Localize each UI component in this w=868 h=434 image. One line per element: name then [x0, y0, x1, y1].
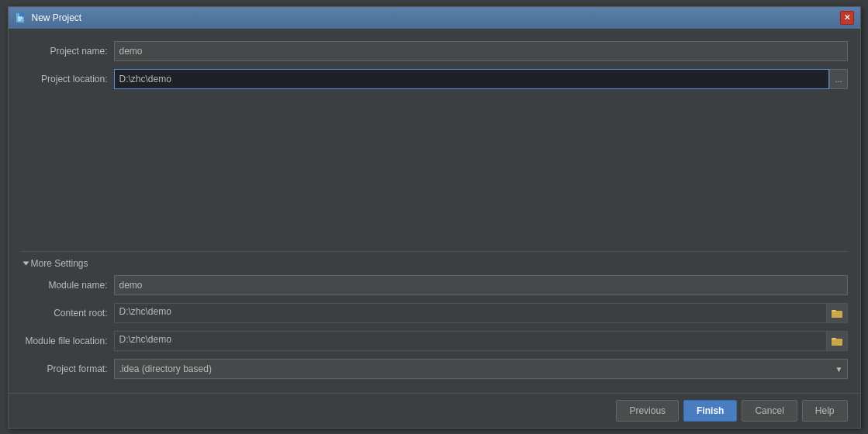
- module-file-location-row: Module file location: D:\zhc\demo: [21, 331, 848, 351]
- project-location-label: Project location:: [21, 74, 114, 84]
- project-format-row: Project format: .idea (directory based) …: [21, 359, 848, 379]
- module-name-input[interactable]: [114, 275, 848, 295]
- project-format-label: Project format:: [21, 363, 114, 374]
- bottom-bar: Previous Finish Cancel Help: [9, 393, 860, 428]
- content-root-browse-button[interactable]: [826, 303, 848, 323]
- new-project-dialog: New Project ✕ Project name: Project loca…: [8, 6, 861, 429]
- close-button[interactable]: ✕: [840, 11, 854, 25]
- module-name-row: Module name:: [21, 275, 848, 295]
- more-settings-triangle-icon: [22, 261, 29, 265]
- cancel-button[interactable]: Cancel: [742, 400, 797, 422]
- module-name-label: Module name:: [21, 280, 114, 291]
- module-file-location-field: D:\zhc\demo: [114, 331, 848, 351]
- title-bar-left: New Project: [15, 12, 82, 24]
- content-root-field: D:\zhc\demo: [114, 303, 848, 323]
- svg-rect-1: [19, 12, 24, 17]
- help-button[interactable]: Help: [802, 400, 848, 422]
- content-root-row: Content root: D:\zhc\demo: [21, 303, 848, 323]
- dialog-title: New Project: [32, 12, 82, 23]
- content-root-label: Content root:: [21, 308, 114, 319]
- svg-rect-6: [832, 310, 836, 312]
- svg-rect-5: [832, 311, 842, 318]
- svg-rect-7: [832, 339, 842, 346]
- project-location-row: Project location: ...: [21, 69, 848, 89]
- module-file-location-label: Module file location:: [21, 336, 114, 346]
- project-format-select[interactable]: .idea (directory based) .ipr (file based…: [114, 359, 848, 379]
- new-project-icon: [15, 12, 27, 24]
- svg-rect-8: [832, 338, 836, 339]
- finish-button[interactable]: Finish: [683, 400, 737, 422]
- dialog-content: Project name: Project location: ... More…: [9, 29, 860, 393]
- folder-icon: [832, 308, 842, 318]
- content-root-value: D:\zhc\demo: [114, 303, 826, 323]
- module-file-location-value: D:\zhc\demo: [114, 331, 826, 351]
- project-name-row: Project name:: [21, 41, 848, 61]
- more-settings-label: More Settings: [31, 258, 88, 269]
- project-name-input[interactable]: [114, 41, 848, 61]
- folder-icon-2: [832, 336, 842, 346]
- project-name-label: Project name:: [21, 46, 114, 57]
- title-bar: New Project ✕: [9, 7, 860, 29]
- module-file-location-browse-button[interactable]: [826, 331, 848, 351]
- project-location-field: ...: [114, 69, 848, 89]
- project-format-select-wrap: .idea (directory based) .ipr (file based…: [114, 359, 848, 379]
- project-location-input[interactable]: [114, 69, 830, 89]
- more-settings-toggle[interactable]: More Settings: [21, 258, 848, 269]
- more-settings-section: More Settings Module name: Content root:…: [21, 251, 848, 387]
- project-location-browse-button[interactable]: ...: [829, 69, 847, 89]
- previous-button[interactable]: Previous: [616, 400, 679, 422]
